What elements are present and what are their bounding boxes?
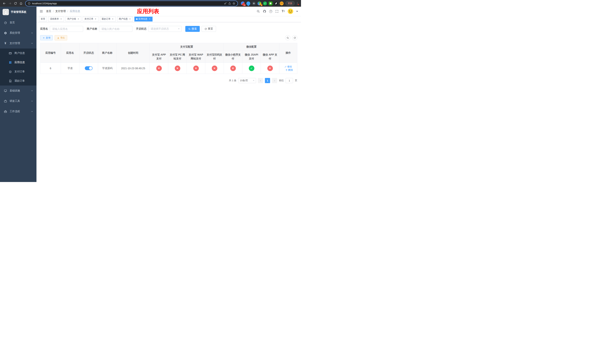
- breadcrumb: 首页 / 支付管理 / 应用信息: [46, 10, 80, 13]
- tab-refund-orders[interactable]: 退款订单: [100, 17, 116, 21]
- tab-home[interactable]: 首页: [39, 17, 47, 21]
- fail-icon: [156, 65, 162, 71]
- close-icon[interactable]: [77, 18, 80, 20]
- extension-icon[interactable]: 1: [258, 1, 261, 5]
- extension-icon[interactable]: [280, 1, 284, 5]
- sidebar-logo-row[interactable]: 芋道管理系统: [0, 7, 36, 17]
- address-bar[interactable]: localhost:1024/pay/app: [26, 1, 237, 6]
- export-button[interactable]: 导出: [55, 35, 67, 40]
- tab-app-info[interactable]: 应用信息: [134, 17, 152, 21]
- site-info-icon[interactable]: [28, 2, 31, 5]
- merchant-name-input[interactable]: [99, 26, 132, 32]
- add-button[interactable]: 新增: [40, 35, 53, 40]
- sidebar-item-merchant-info[interactable]: 商户信息: [0, 49, 36, 58]
- col-header-alipay-pc: 支付宝 PC 网站支付: [168, 51, 187, 63]
- share-icon[interactable]: [228, 2, 231, 5]
- delete-button-label: 删除: [288, 68, 293, 72]
- filter-app-name: 应用名: [40, 26, 83, 32]
- goto-suffix: 页: [295, 79, 297, 82]
- browser-back-icon[interactable]: [2, 1, 7, 6]
- font-size-icon[interactable]: [281, 10, 285, 13]
- grid-icon: [8, 61, 12, 64]
- url-text[interactable]: localhost:1024/pay/app: [32, 2, 57, 5]
- extension-icon[interactable]: [263, 1, 267, 5]
- avatar-dropdown-caret-icon[interactable]: [296, 11, 298, 13]
- browser-home-icon[interactable]: [19, 1, 23, 6]
- prev-page-button[interactable]: [258, 78, 263, 83]
- close-icon[interactable]: [111, 18, 114, 20]
- extension-icon[interactable]: [246, 0, 251, 6]
- sidebar-item-payment[interactable]: ¥ 支付管理: [0, 38, 36, 49]
- page-number-current[interactable]: 1: [265, 78, 270, 83]
- breadcrumb-item[interactable]: 支付管理: [55, 10, 66, 13]
- sidebar-item-dev-tools[interactable]: 研发工具: [0, 96, 36, 106]
- extension-icon[interactable]: 10: [241, 1, 245, 5]
- breadcrumb-item[interactable]: 首页: [46, 10, 51, 13]
- close-icon[interactable]: [148, 18, 151, 20]
- avatar[interactable]: [288, 9, 293, 14]
- refresh-table-button[interactable]: [292, 35, 297, 40]
- sidebar-item-refund-orders[interactable]: 退款订单: [0, 76, 36, 86]
- sidebar-item-label: 退款订单: [14, 79, 25, 83]
- tab-process-form[interactable]: 流程表单: [48, 17, 64, 21]
- reset-button[interactable]: 重置: [202, 26, 216, 32]
- tab-pay-orders[interactable]: 支付订单: [83, 17, 98, 21]
- close-icon[interactable]: [60, 18, 62, 20]
- navbar-actions: [257, 9, 298, 14]
- sidebar-item-pay-orders[interactable]: 支付订单: [0, 67, 36, 76]
- tab-user-group[interactable]: 用户分组: [65, 17, 81, 21]
- close-icon[interactable]: [129, 18, 131, 20]
- cell-merchant: 芋道源码: [98, 63, 117, 74]
- search-button-label: 搜索: [192, 27, 197, 31]
- hamburger-icon[interactable]: [39, 10, 43, 13]
- sidebar-item-home[interactable]: 首页: [0, 17, 36, 28]
- browser-forward-icon[interactable]: [7, 1, 12, 6]
- filter-form: 应用名 商户名称 开启状态 请选择开启状态: [40, 26, 297, 32]
- fullscreen-icon[interactable]: [275, 10, 279, 13]
- page-size-select[interactable]: 10条/页: [238, 78, 256, 83]
- tab-label: 退款订单: [102, 17, 110, 21]
- toggle-search-button[interactable]: [285, 35, 290, 40]
- password-key-icon[interactable]: [224, 2, 227, 5]
- status-select[interactable]: 请选择开启状态: [148, 26, 182, 32]
- search-button[interactable]: 搜索: [185, 26, 200, 32]
- export-button-label: 导出: [60, 36, 65, 39]
- card-icon: [8, 52, 12, 55]
- yen-icon: ¥: [3, 42, 7, 45]
- goto-prefix: 前往: [279, 79, 284, 82]
- status-toggle[interactable]: [85, 66, 93, 70]
- briefcase-icon: [3, 110, 7, 113]
- close-icon[interactable]: [94, 18, 97, 20]
- goto-page-input[interactable]: [286, 78, 293, 83]
- extension-icon[interactable]: [274, 1, 278, 5]
- help-icon[interactable]: [269, 10, 272, 13]
- sidebar-item-workflow[interactable]: 工作流程: [0, 106, 36, 117]
- chevron-down-icon: [31, 32, 33, 34]
- sidebar-item-label: 工作流程: [10, 110, 20, 113]
- sidebar-item-infrastructure[interactable]: 基础设施: [0, 86, 36, 96]
- total-count: 共 1 条: [229, 79, 236, 82]
- edit-button[interactable]: 修改: [285, 65, 292, 68]
- delete-button[interactable]: 删除: [285, 68, 293, 72]
- extension-icon[interactable]: [252, 1, 256, 5]
- browser-menu-icon[interactable]: ⋮: [295, 2, 299, 5]
- filter-merchant-name: 商户名称: [87, 26, 132, 32]
- extension-icon[interactable]: [269, 1, 272, 5]
- cell-alipay-qr: [205, 63, 224, 74]
- sidebar-item-label: 支付管理: [10, 42, 20, 45]
- tab-merchant-info[interactable]: 商户信息: [117, 17, 133, 21]
- sidebar-item-app-info[interactable]: 应用信息: [0, 58, 36, 67]
- next-page-button[interactable]: [272, 78, 277, 83]
- browser-refresh-icon[interactable]: [13, 1, 18, 6]
- github-icon[interactable]: [263, 10, 266, 13]
- app-name-input[interactable]: [50, 26, 83, 32]
- sidebar-item-system[interactable]: 系统管理: [0, 28, 36, 38]
- app-shell: 芋道管理系统 首页 系统管理 ¥: [0, 7, 301, 182]
- search-icon[interactable]: [257, 10, 260, 13]
- trash-icon: [285, 69, 288, 71]
- pagination: 共 1 条 10条/页 1 前往 页: [40, 78, 297, 83]
- breadcrumb-separator: /: [67, 10, 68, 13]
- fail-icon: [193, 65, 199, 71]
- bookmark-star-icon[interactable]: [233, 2, 235, 5]
- chrome-update-button[interactable]: 更新: [285, 1, 295, 6]
